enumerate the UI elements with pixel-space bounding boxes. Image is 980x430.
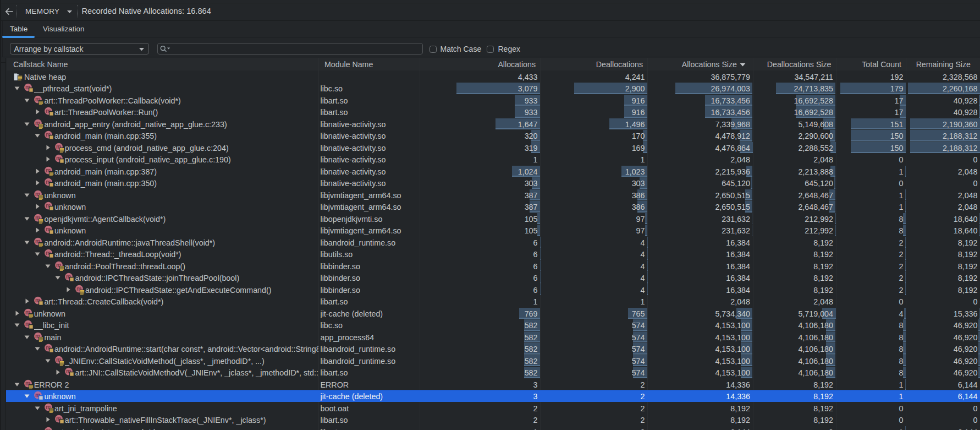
svg-text:m: m xyxy=(46,427,51,430)
